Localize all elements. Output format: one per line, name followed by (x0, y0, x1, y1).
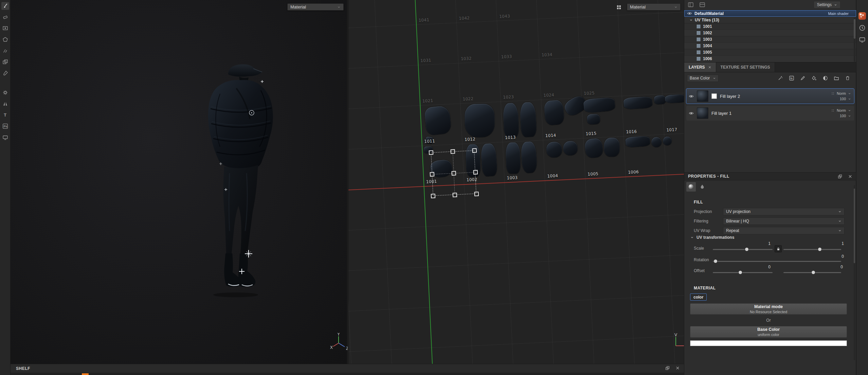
offset-v-slider[interactable] (783, 272, 841, 273)
scale-u-value[interactable]: 1 (750, 241, 771, 246)
blend-mode-dropdown[interactable]: Norm (837, 108, 846, 112)
color-channel-chip[interactable]: color (690, 293, 707, 301)
add-paint-layer-icon[interactable] (799, 74, 807, 82)
2d-view-options-icon[interactable] (615, 4, 623, 11)
base-color-swatch[interactable] (690, 340, 847, 346)
selection-handle[interactable] (473, 170, 478, 175)
close-icon[interactable] (675, 366, 680, 370)
texture-set-row[interactable]: DefaultMaterial Main shader (684, 10, 856, 17)
uv-tile-row-1006[interactable]: 1006 (684, 55, 856, 62)
eye-icon[interactable] (689, 94, 694, 99)
selection-handle[interactable] (429, 150, 434, 155)
display-tool[interactable] (1, 133, 9, 141)
add-fill-layer-icon[interactable] (810, 74, 818, 82)
base-color-button[interactable]: Base Color uniform color (690, 326, 847, 338)
tab-texture-set-settings[interactable]: TEXTURE SET SETTINGS (716, 62, 775, 72)
delete-layer-icon[interactable] (844, 74, 851, 82)
material-properties-tab[interactable] (686, 182, 696, 192)
shelf-active-indicator (82, 373, 89, 375)
selection-handle[interactable] (474, 192, 479, 196)
selection-handle[interactable] (430, 172, 435, 177)
layer-thumbnail[interactable] (697, 107, 708, 119)
layer-opacity[interactable]: 100 (840, 114, 846, 118)
properties-scrollbar[interactable] (854, 185, 855, 360)
right-toolbar (856, 0, 868, 375)
projection-dropdown[interactable]: UV projection (723, 208, 845, 215)
scale-v-value[interactable]: 1 (824, 241, 844, 246)
layer-thumbnail[interactable] (697, 90, 708, 102)
shelf-strip (11, 373, 684, 375)
add-effect-icon[interactable]: fx (788, 74, 795, 82)
selection-handle[interactable] (452, 171, 456, 176)
scale-u-slider[interactable] (713, 249, 773, 250)
symmetry-tool[interactable] (1, 100, 9, 108)
popout-icon[interactable] (838, 174, 842, 179)
polygon-fill-tool[interactable] (1, 36, 9, 43)
material-picker-tool[interactable] (1, 69, 9, 77)
shader-mode-dropdown-2d[interactable]: Material (627, 3, 681, 11)
photoshop-tool[interactable]: Ps (1, 122, 9, 130)
layer-opacity[interactable]: 100 (840, 97, 846, 101)
particles-tool[interactable] (1, 89, 9, 96)
shader-mode-dropdown-3d[interactable]: Material (287, 3, 344, 11)
tab-layers[interactable]: LAYERS (684, 62, 716, 72)
properties-title: PROPERTIES - FILL (688, 174, 729, 179)
layer-color-chip[interactable] (711, 93, 717, 99)
blend-mode-dropdown[interactable]: Norm (837, 91, 846, 95)
uv-tile-row-1002[interactable]: 1002 (684, 30, 856, 36)
scale-v-slider[interactable] (783, 249, 841, 250)
layout-icon[interactable] (699, 2, 705, 8)
popout-icon[interactable] (665, 366, 670, 370)
paint-properties-tab[interactable] (698, 182, 707, 192)
offset-u-slider[interactable] (713, 272, 773, 273)
selection-handle[interactable] (472, 148, 477, 153)
offset-v-value[interactable]: 0 (822, 265, 843, 269)
dock-icon[interactable] (688, 2, 694, 8)
layer-row-fill-layer-1[interactable]: Fill layer 1Norm100 (686, 106, 854, 121)
add-smart-material-icon[interactable] (821, 74, 829, 82)
rotation-value[interactable]: 0 (824, 254, 844, 259)
eye-icon[interactable] (689, 111, 694, 116)
uv-tile-row-1004[interactable]: 1004 (684, 42, 856, 49)
uv-tile-row-1005[interactable]: 1005 (684, 49, 856, 55)
assets-icon[interactable] (858, 12, 866, 20)
history-icon[interactable] (858, 24, 866, 32)
uv-wrap-dropdown[interactable]: Repeat (723, 227, 845, 234)
uv-tiles-group-row[interactable]: UV Tiles (13) (684, 17, 856, 23)
viewport-2d[interactable]: 1001100210031004100510061011101210131014… (348, 0, 684, 364)
uv-tile-row-1001[interactable]: 1001 (684, 23, 856, 30)
udim-label-1013: 1013 (505, 135, 516, 140)
selection-handle[interactable] (431, 194, 436, 198)
projection-tool[interactable] (1, 24, 9, 32)
settings-button[interactable]: Settings (814, 1, 840, 8)
texture-set-panel: DefaultMaterial Main shader UV Tiles (13… (684, 10, 856, 62)
scale-lock-toggle[interactable] (775, 245, 782, 252)
material-mode-button[interactable]: Material mode No Resource Selected (690, 303, 847, 315)
selection-handle[interactable] (450, 149, 455, 154)
texture-set-scrollbar[interactable] (854, 18, 855, 62)
navigation-gizmo-2d[interactable]: V U (667, 333, 684, 352)
eye-icon[interactable] (687, 11, 692, 16)
clone-tool[interactable] (1, 58, 9, 66)
smudge-tool[interactable] (1, 47, 9, 55)
pick-material-icon[interactable] (777, 74, 784, 82)
character-model[interactable] (196, 61, 284, 299)
uv-tile-row-1003[interactable]: 1003 (684, 36, 856, 42)
add-group-icon[interactable] (833, 74, 840, 82)
main-shader-badge[interactable]: Main shader (828, 12, 853, 16)
channel-filter-dropdown[interactable]: Base Color (687, 75, 719, 82)
display-settings-icon[interactable] (858, 36, 866, 43)
uv-transformations-header[interactable]: UV transformations (690, 235, 734, 240)
layer-row-fill-layer-2[interactable]: Fill layer 2Norm100 (686, 89, 854, 104)
paint-tool[interactable] (1, 2, 9, 10)
close-icon[interactable] (708, 66, 711, 69)
text-tool[interactable]: T (1, 111, 9, 119)
viewport-3d[interactable]: Material Y X Z (11, 0, 347, 364)
uv-selection[interactable] (431, 150, 476, 196)
close-icon[interactable] (848, 174, 852, 179)
offset-u-value[interactable]: 0 (750, 265, 771, 269)
filtering-dropdown[interactable]: Bilinear | HQ (723, 217, 845, 225)
rotation-slider[interactable] (713, 261, 841, 262)
selection-handle[interactable] (453, 193, 457, 197)
eraser-tool[interactable] (1, 13, 9, 21)
